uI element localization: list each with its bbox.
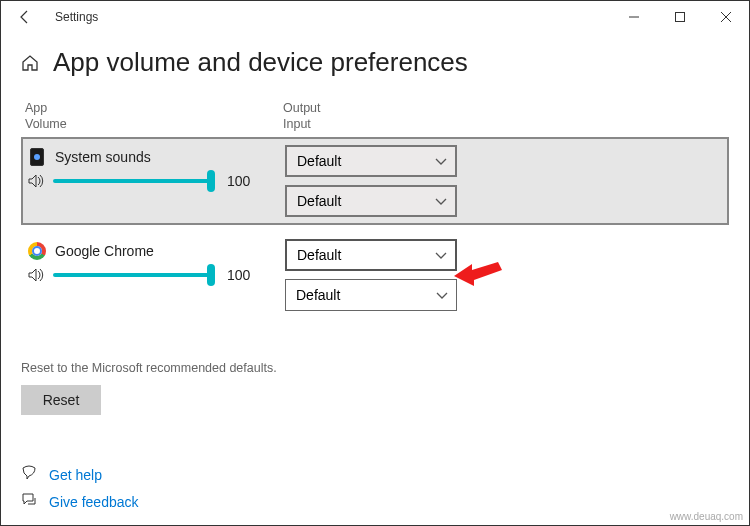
svg-rect-1 (676, 13, 685, 22)
col-app-label-1: App (25, 100, 283, 116)
reset-button[interactable]: Reset (21, 385, 101, 415)
chrome-icon (27, 241, 47, 261)
window-controls (611, 1, 749, 33)
volume-slider[interactable] (53, 179, 211, 183)
page-title: App volume and device preferences (53, 47, 468, 78)
slider-thumb[interactable] (207, 170, 215, 192)
titlebar: Settings (1, 1, 749, 33)
page-header: App volume and device preferences (21, 47, 729, 78)
col-input-label: Input (283, 116, 729, 132)
output-value: Default (297, 247, 341, 263)
home-icon[interactable] (21, 54, 39, 72)
chevron-down-icon (435, 193, 447, 209)
watermark: www.deuaq.com (670, 511, 743, 522)
chevron-down-icon (435, 153, 447, 169)
close-button[interactable] (703, 1, 749, 33)
reset-section: Reset to the Microsoft recommended defau… (21, 361, 729, 415)
volume-slider[interactable] (53, 273, 211, 277)
volume-icon[interactable] (27, 174, 47, 188)
reset-hint: Reset to the Microsoft recommended defau… (21, 361, 729, 375)
input-dropdown[interactable]: Default (285, 185, 457, 217)
get-help-link[interactable]: Get help (21, 465, 139, 484)
footer-links: Get help Give feedback (21, 465, 139, 511)
app-row-google-chrome[interactable]: Google Chrome 100 Default Default (21, 231, 729, 319)
chevron-down-icon (435, 247, 447, 263)
volume-icon[interactable] (27, 268, 47, 282)
help-label: Get help (49, 467, 102, 483)
volume-value: 100 (217, 267, 250, 283)
slider-thumb[interactable] (207, 264, 215, 286)
output-dropdown[interactable]: Default (285, 145, 457, 177)
system-sounds-icon (27, 147, 47, 167)
col-app-label-2: Volume (25, 116, 283, 132)
chevron-down-icon (436, 287, 448, 303)
output-value: Default (297, 153, 341, 169)
volume-value: 100 (217, 173, 250, 189)
maximize-button[interactable] (657, 1, 703, 33)
give-feedback-link[interactable]: Give feedback (21, 492, 139, 511)
window-title: Settings (41, 10, 98, 24)
back-button[interactable] (9, 1, 41, 33)
feedback-label: Give feedback (49, 494, 139, 510)
col-output-label: Output (283, 100, 729, 116)
help-icon (21, 465, 39, 484)
minimize-button[interactable] (611, 1, 657, 33)
app-row-system-sounds[interactable]: System sounds 100 Default Default (21, 137, 729, 225)
column-headers: App Volume Output Input (21, 100, 729, 133)
feedback-icon (21, 492, 39, 511)
app-name: Google Chrome (55, 243, 154, 259)
input-dropdown[interactable]: Default (285, 279, 457, 311)
app-name: System sounds (55, 149, 151, 165)
output-dropdown[interactable]: Default (285, 239, 457, 271)
input-value: Default (297, 193, 341, 209)
input-value: Default (296, 287, 340, 303)
content-area: App volume and device preferences App Vo… (1, 33, 749, 415)
